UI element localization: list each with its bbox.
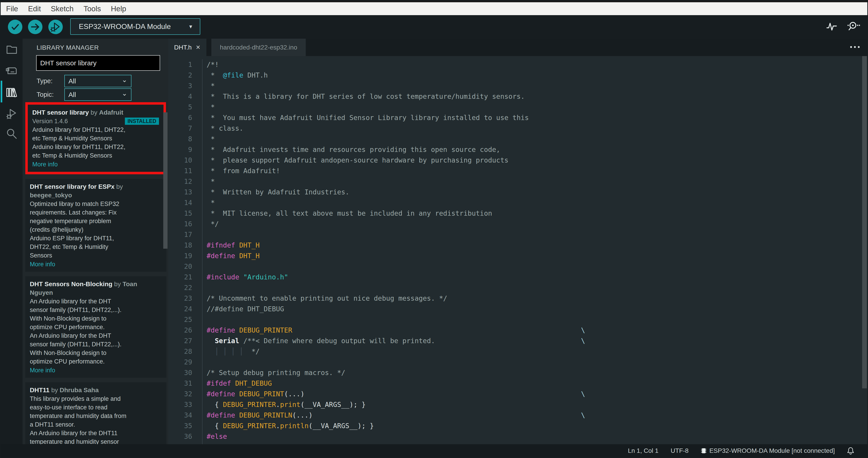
code-line: 11 * from Adafruit! [168,166,867,176]
code-line: 15 * MIT license, all text above must be… [168,208,867,219]
code-line: 27 Serial /**< Define where debug output… [168,336,867,346]
library-item[interactable]: DHT sensor library for ESPx by beegee_to… [25,179,166,272]
code-line: 30/* Setup debug printing macros. */ [168,367,867,378]
start-debugging-button[interactable] [48,20,63,34]
code-line-text: * [203,197,215,208]
library-list: DHT sensor library by AdafruitVersion 1.… [23,102,168,444]
code-line: 26#define DEBUG_PRINTER\ [168,325,867,336]
line-number: 12 [168,176,203,187]
library-description-line: This library provides a simple and [30,395,162,403]
code-line-text: #else [203,431,227,442]
line-number: 28 [168,346,203,357]
tab-DHT.h[interactable]: DHT.h✕ [168,39,207,56]
line-number: 4 [168,91,203,102]
serial-monitor-button[interactable] [846,21,861,32]
line-number: 33 [168,399,203,410]
library-search-input[interactable] [36,55,160,71]
code-line-text: * You must have Adafruit Unified Sensor … [203,112,529,123]
more-info-link[interactable]: More info [30,366,162,375]
code-line: 6 * You must have Adafruit Unified Senso… [168,112,867,123]
line-continuation: \ [581,410,585,421]
code-editor[interactable]: 1/*!2 * @file DHT.h3 *4 * This is a libr… [168,56,867,444]
magnifier-dots-icon [846,21,861,32]
tab-hardcoded-dht22-esp32.ino[interactable]: hardcoded-dht22-esp32.ino [211,39,306,56]
code-line-text [203,282,207,293]
board-chip-icon [6,65,18,77]
library-description-line: Arduino ESP library for DHT11, [30,234,162,242]
line-number: 17 [168,229,203,240]
notifications-bell-button[interactable] [847,447,854,455]
type-select[interactable]: All ⌄ [64,75,131,87]
highlight-red-box: DHT sensor library by AdafruitVersion 1.… [25,102,166,174]
library-description-line: Sensors [30,251,162,260]
code-line-text: * please support Adafruit andopen-source… [203,155,508,166]
serial-plotter-button[interactable] [826,21,838,32]
line-number: 29 [168,357,203,367]
line-number: 2 [168,70,203,81]
code-line-text [203,314,207,325]
editor-scrollbar[interactable] [862,56,867,389]
editor-tab-bar: DHT.h✕hardcoded-dht22-esp32.ino [168,39,867,56]
cursor-position[interactable]: Ln 1, Col 1 [628,447,658,454]
by-word: by [50,387,60,394]
activity-bar [1,39,23,444]
board-selector-dropdown[interactable]: ESP32-WROOM-DA Module ▾ [70,18,200,35]
library-name: DHT Sensors Non-Blocking [30,281,113,288]
code-line-text: * [203,81,215,91]
sidebar-item-search[interactable] [6,128,18,140]
code-line: 20 [168,261,867,272]
sidebar-item-library-manager[interactable] [6,86,18,98]
tabs-holder: DHT.h✕hardcoded-dht22-esp32.ino [168,39,306,56]
board-status[interactable]: ESP32-WROOM-DA Module [not connected] [701,447,835,454]
board-status-label: ESP32-WROOM-DA Module [not connected] [709,447,835,454]
library-item[interactable]: DHT Sensors Non-Blocking by Toan NguyenA… [25,276,166,378]
library-description-line: temperature and humidity data from [30,412,162,420]
library-description-line: requirements. Last changes: Fix [30,208,162,217]
line-continuation: \ [581,325,585,336]
library-description-line: sensor family (DHT11, DHT22,...). [30,340,162,349]
code-line: 18#ifndef DHT_H [168,240,867,251]
library-list-scrollbar[interactable] [163,112,167,249]
code-line-text: /*! [203,59,219,70]
code-line: 3 * [168,81,867,91]
verify-button[interactable] [8,20,22,34]
line-number: 37 [168,442,203,444]
sidebar-item-debug[interactable] [6,108,18,120]
menu-item-file[interactable]: File [6,4,18,13]
line-continuation: \ [581,389,585,399]
menu-bar: FileEditSketchToolsHelp [1,2,867,15]
topic-label: Topic: [37,91,64,98]
menu-item-sketch[interactable]: Sketch [51,4,73,13]
menu-item-edit[interactable]: Edit [28,4,41,13]
library-item-title: DHT11 by Dhruba Saha [30,386,153,395]
close-icon[interactable]: ✕ [196,44,200,51]
library-item-title: DHT sensor library for ESPx by beegee_to… [30,182,153,200]
code-line-text: #define DEBUG_PRINT(...) [203,442,305,444]
line-number: 19 [168,251,203,261]
more-actions-icon[interactable] [850,46,860,48]
topic-filter-row: Topic: All ⌄ [37,88,131,101]
sidebar-item-boards-manager[interactable] [6,65,18,77]
more-info-link[interactable]: More info [32,160,159,169]
encoding[interactable]: UTF-8 [671,447,688,454]
library-item[interactable]: DHT sensor library by AdafruitVersion 1.… [28,105,163,172]
version-row: Version 1.4.6INSTALLED [32,117,159,125]
code-line-text: #include "Arduino.h" [203,272,288,282]
sidebar-item-sketchbook[interactable] [6,44,18,56]
upload-button[interactable] [28,20,42,34]
library-description-line: An Arduino library for the DHT [30,297,162,306]
main-area: LIBRARY MANAGER Type: All ⌄ Topic: All ⌄… [1,39,867,444]
code-line: 28 │ │ │ │ */ [168,346,867,357]
library-version: Version 1.4.6 [32,117,68,125]
menu-item-tools[interactable]: Tools [84,4,101,13]
code-line-text: Serial /**< Define where debug output wi… [203,336,435,346]
more-info-link[interactable]: More info [30,260,162,268]
menu-item-help[interactable]: Help [111,4,126,13]
library-item-title: DHT sensor library by Adafruit [32,108,155,117]
library-item[interactable]: DHT11 by Dhruba SahaThis library provide… [25,382,166,444]
library-description-line: easy-to-use interface to read [30,403,162,412]
topic-select[interactable]: All ⌄ [64,88,131,101]
chevron-down-icon: ▾ [189,23,192,30]
line-number: 24 [168,304,203,314]
code-line-text: #define DEBUG_PRINTER [203,325,292,336]
